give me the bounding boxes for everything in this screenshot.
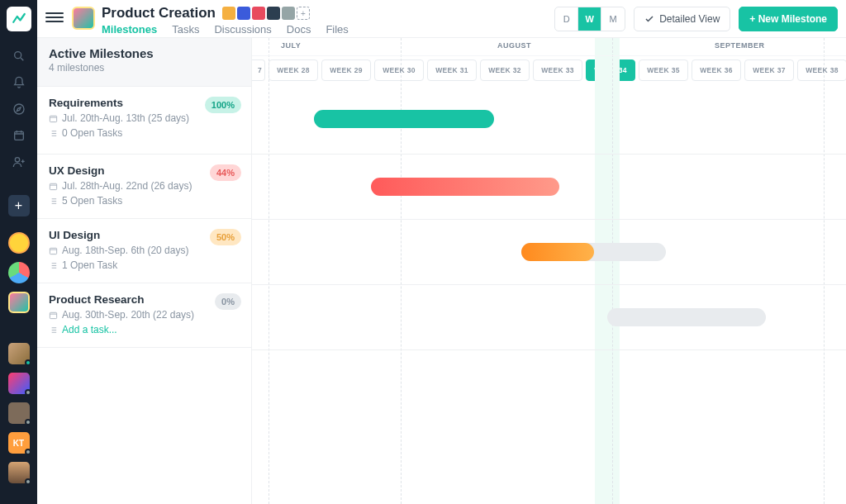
calendar-icon[interactable] <box>0 122 37 149</box>
header: Product Creation + Milestones Tasks Disc… <box>37 0 846 38</box>
week-pill[interactable]: WEEK 30 <box>374 59 424 81</box>
week-pill[interactable]: WEEK 36 <box>692 59 741 81</box>
project-tile[interactable] <box>72 7 95 30</box>
calendar-sm-icon <box>49 182 58 191</box>
milestone-tasks: 1 Open Task <box>49 259 240 271</box>
new-milestone-label: + New Milestone <box>749 13 827 25</box>
progress-badge: 100% <box>205 97 241 113</box>
avatar[interactable] <box>237 7 250 20</box>
list-sm-icon <box>49 261 58 270</box>
sidebar-header: Active Milestones 4 milestones <box>37 38 251 87</box>
milestone-dates: Jul. 20th-Aug. 13th (25 days) <box>49 112 240 124</box>
page-title: Product Creation <box>102 5 216 21</box>
app-logo[interactable] <box>7 7 31 31</box>
svg-rect-5 <box>50 183 56 189</box>
invite-user-icon[interactable] <box>0 149 37 175</box>
week-pill[interactable]: WEEK 35 <box>639 59 688 81</box>
milestone-item[interactable]: Product Research Aug. 30th-Sep. 20th (22… <box>37 283 251 348</box>
workspace-dot-2[interactable] <box>8 262 30 283</box>
user-avatar-5[interactable] <box>8 462 30 483</box>
scale-month[interactable]: M <box>601 7 625 31</box>
main-panel: Product Creation + Milestones Tasks Disc… <box>37 0 846 504</box>
check-icon <box>644 14 654 24</box>
month-label: AUGUST <box>497 41 531 50</box>
month-label: JULY <box>281 41 301 50</box>
milestone-item[interactable]: UI Design Aug. 18th-Sep. 6th (20 days) 1… <box>37 219 251 283</box>
gantt-bar-ui-design[interactable] <box>521 243 594 261</box>
user-avatar-3[interactable] <box>8 402 30 424</box>
member-avatars[interactable]: + <box>222 7 310 20</box>
compass-icon[interactable] <box>0 96 37 122</box>
svg-point-3 <box>15 158 19 162</box>
calendar-sm-icon <box>49 246 58 255</box>
add-button[interactable]: + <box>8 195 30 216</box>
week-pill[interactable]: WEEK 28 <box>269 59 318 81</box>
user-avatar-1[interactable] <box>8 343 30 364</box>
gantt-lane <box>252 220 846 285</box>
week-row: 7 WEEK 28 WEEK 29 WEEK 30 WEEK 31 WEEK 3… <box>252 56 846 87</box>
workspace-current[interactable] <box>8 292 30 313</box>
svg-rect-4 <box>50 116 56 121</box>
scale-week[interactable]: W <box>578 7 601 31</box>
week-pill[interactable]: WEEK 31 <box>427 59 477 81</box>
svg-point-0 <box>14 52 21 59</box>
milestone-item[interactable]: Requirements Jul. 20th-Aug. 13th (25 day… <box>37 87 251 155</box>
list-sm-icon <box>49 326 58 335</box>
svg-rect-6 <box>50 248 56 254</box>
milestone-sidebar: Active Milestones 4 milestones Requireme… <box>37 38 252 504</box>
view-scale-toggle: D W M <box>554 7 625 31</box>
sidebar-subtitle: 4 milestones <box>49 62 240 74</box>
milestone-name: Product Research <box>49 293 240 306</box>
progress-badge: 50% <box>210 229 241 245</box>
list-sm-icon <box>49 197 58 206</box>
search-icon[interactable] <box>0 43 37 69</box>
week-pill[interactable]: 7 <box>252 59 265 81</box>
svg-rect-2 <box>14 131 23 140</box>
detailed-view-button[interactable]: Detailed View <box>634 7 730 31</box>
svg-rect-7 <box>50 312 56 318</box>
progress-badge: 44% <box>210 164 241 181</box>
menu-icon[interactable] <box>45 10 64 25</box>
notifications-icon[interactable] <box>0 69 37 96</box>
gantt-bar-requirements[interactable] <box>314 110 494 128</box>
avatar[interactable] <box>222 7 235 20</box>
workspace-dot-1[interactable] <box>8 232 30 254</box>
month-label: SEPTEMBER <box>715 41 765 50</box>
avatar[interactable] <box>282 7 295 20</box>
milestone-dates: Jul. 28th-Aug. 22nd (26 days) <box>49 180 240 192</box>
gantt-lane <box>252 155 846 220</box>
milestone-item[interactable]: UX Design Jul. 28th-Aug. 22nd (26 days) … <box>37 155 251 219</box>
week-pill[interactable]: WEEK 32 <box>480 59 530 81</box>
progress-badge: 0% <box>215 293 241 310</box>
new-milestone-button[interactable]: + New Milestone <box>739 7 838 31</box>
list-sm-icon <box>49 129 58 138</box>
week-pill[interactable]: WEEK 29 <box>321 59 371 81</box>
avatar[interactable] <box>252 7 265 20</box>
logo-icon <box>12 12 26 26</box>
user-avatar-2[interactable] <box>8 373 30 394</box>
add-member-button[interactable]: + <box>297 7 310 20</box>
svg-point-1 <box>14 104 24 114</box>
left-rail: + KT <box>0 0 37 504</box>
avatar[interactable] <box>267 7 280 20</box>
week-pill[interactable]: WEEK 38 <box>797 59 846 81</box>
milestone-dates: Aug. 30th-Sep. 20th (22 days) <box>49 309 240 321</box>
milestone-add-task[interactable]: Add a task... <box>49 324 240 335</box>
user-avatar-4[interactable]: KT <box>8 432 30 454</box>
calendar-sm-icon <box>49 311 58 320</box>
gantt-bar-ux-design[interactable] <box>371 178 559 196</box>
week-pill[interactable]: WEEK 37 <box>744 59 794 81</box>
milestone-tasks: 0 Open Tasks <box>49 127 240 139</box>
gantt-lane <box>252 285 846 350</box>
week-pill[interactable]: WEEK 33 <box>533 59 582 81</box>
gantt-lanes <box>252 87 846 350</box>
detailed-view-label: Detailed View <box>659 13 720 25</box>
gantt-bar-product-research[interactable] <box>607 308 766 326</box>
sidebar-title: Active Milestones <box>49 46 240 60</box>
timeline: JULY AUGUST SEPTEMBER 7 WEEK 28 WEEK 29 … <box>252 38 846 504</box>
scale-day[interactable]: D <box>555 7 578 31</box>
gantt-lane <box>252 87 846 155</box>
month-row: JULY AUGUST SEPTEMBER <box>252 38 846 56</box>
milestone-dates: Aug. 18th-Sep. 6th (20 days) <box>49 245 240 256</box>
milestone-tasks: 5 Open Tasks <box>49 195 240 207</box>
